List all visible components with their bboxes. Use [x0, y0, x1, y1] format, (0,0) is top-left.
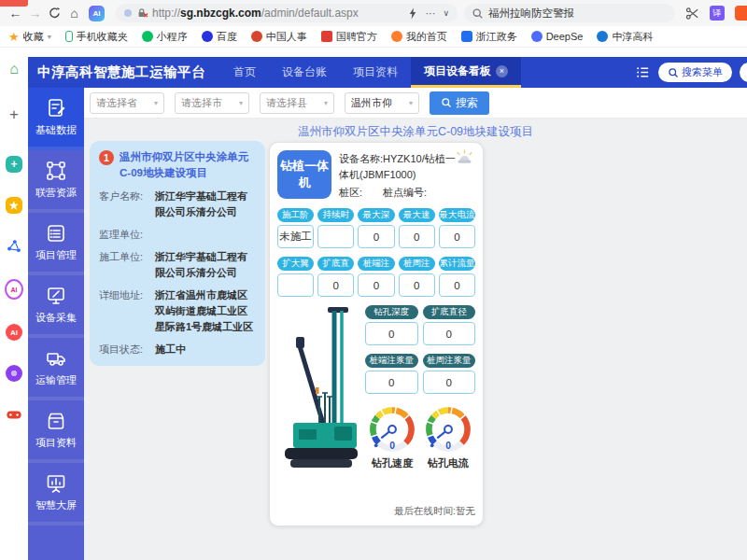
bookmark-china-personnel[interactable]: 中国人事 — [251, 30, 307, 44]
rail-app-teal-icon[interactable]: + — [6, 156, 22, 173]
rail-gamepad-icon[interactable] — [6, 406, 22, 423]
project-field-row: 项目状态:施工中 — [99, 342, 256, 357]
tab-close-icon[interactable]: × — [496, 65, 508, 77]
zhongchun-favicon — [597, 31, 608, 42]
site-info-icon[interactable] — [124, 9, 132, 17]
screenshot-scissors-icon[interactable] — [685, 7, 699, 21]
rail-app-molecule-icon[interactable] — [6, 238, 22, 255]
back-button[interactable]: ← — [6, 7, 25, 20]
project-card[interactable]: 1 温州市仰双片区中央涂单元C-09地块建设项目 客户名称:浙江华宇基础工程有限… — [90, 141, 265, 366]
tab-label: 设备台账 — [282, 64, 327, 80]
translate-icon[interactable]: 译 — [710, 6, 725, 21]
sidebar-item-project-management[interactable]: 项目管理 — [28, 213, 84, 275]
tab-home[interactable]: 首页 — [220, 57, 269, 88]
search-icon — [472, 7, 484, 20]
select-value: 请选择省 — [96, 96, 137, 110]
bookmark-deepseek[interactable]: DeepSe — [531, 31, 584, 42]
rail-app-ai-ring-icon[interactable]: AI — [5, 279, 23, 300]
sidebar-item-project-docs[interactable]: 项目资料 — [28, 400, 84, 463]
stat-label: 最大电流 — [439, 208, 475, 222]
stat-value: 0 — [423, 371, 476, 394]
extension-icon[interactable] — [735, 6, 747, 21]
last-online-time: 最后在线时间:暂无 — [277, 505, 475, 518]
tab-project-docs[interactable]: 项目资料 — [340, 57, 411, 88]
select-value: 请选择市 — [181, 96, 222, 110]
select-value: 温州市仰 — [351, 96, 392, 110]
field-label: 项目状态: — [99, 342, 155, 357]
search-button[interactable]: 搜索 — [430, 91, 489, 115]
browser-search-query: 福州拉响防空警报 — [488, 7, 574, 21]
city-select[interactable]: 请选择市▾ — [175, 92, 249, 114]
bookmark-my-homepage[interactable]: 我的首页 — [391, 30, 447, 44]
rail-app-ai-red-icon[interactable]: AI — [6, 324, 22, 341]
field-label: 客户名称: — [99, 189, 155, 220]
bookmark-favorites[interactable]: ★收藏▾ — [8, 30, 51, 44]
guopin-favicon — [321, 31, 332, 42]
home-button[interactable]: ⌂ — [64, 7, 84, 20]
tab-device-ledger[interactable]: 设备台账 — [269, 57, 340, 88]
menu-collapse-icon[interactable] — [635, 64, 651, 80]
caret-down-icon: ▾ — [409, 99, 413, 107]
page-title: 温州市仰双片区中央涂单元C-09地块建设项目 — [84, 124, 747, 140]
refresh-button[interactable] — [45, 7, 64, 21]
device-panel[interactable]: 钻植一体机 设备名称:HYZK10/钻植一体机(JBMF1000) 桩区: 桩点… — [269, 142, 484, 526]
nodes-icon — [45, 160, 67, 182]
browser-search-input[interactable]: 福州拉响防空警报 — [464, 4, 675, 22]
bookmark-baidu[interactable]: 百度 — [202, 30, 237, 44]
more-options-icon[interactable]: ··· — [425, 7, 435, 19]
bookmark-miniprogram[interactable]: 小程序 — [142, 30, 188, 44]
url-domain: sg.nbzcgk.com — [180, 7, 261, 20]
china-personnel-favicon — [251, 31, 262, 42]
refresh-icon — [49, 7, 61, 19]
search-menu-button[interactable]: 搜索菜单 — [658, 63, 732, 82]
caret-down-icon: ▾ — [239, 99, 243, 107]
app-sidebar: 基础数据 联营资源 项目管理 设备采集 运输管理 — [28, 88, 84, 560]
county-select[interactable]: 请选择县▾ — [260, 92, 334, 114]
sidebar-item-joint-resources[interactable]: 联营资源 — [28, 150, 84, 213]
sidebar-item-transport-management[interactable]: 运输管理 — [28, 338, 84, 400]
bookmark-guopin[interactable]: 国聘官方 — [321, 30, 377, 44]
bolt-icon[interactable] — [408, 7, 417, 20]
insecure-lock-icon[interactable] — [136, 7, 148, 19]
rail-app-star-icon[interactable]: ★ — [6, 197, 22, 214]
field-value: 施工中 — [155, 342, 186, 357]
rail-home-icon[interactable]: ⌂ — [9, 61, 19, 77]
archive-box-icon — [45, 410, 67, 432]
address-bar[interactable]: http://sg.nbzcgk.com/admin/default.aspx … — [116, 4, 458, 22]
sidebar-item-device-collect[interactable]: 设备采集 — [28, 275, 84, 338]
field-label: 施工单位: — [99, 249, 155, 281]
gauge-drill-current: 0 钻孔电流 — [422, 403, 474, 470]
bookmark-zhejiang-gov[interactable]: 浙江政务 — [461, 30, 517, 44]
tab-label: 项目设备看板 — [424, 63, 491, 79]
browser-ai-logo-icon[interactable]: AI — [89, 6, 105, 21]
filter-bar: 请选择省▾ 请选择市▾ 请选择县▾ 温州市仰▾ 搜索 — [84, 88, 747, 119]
drilling-rig-illustration — [277, 305, 363, 479]
stat-label: 钻孔深度 — [365, 305, 418, 319]
stats-row-1: 施工阶未施工 持续时 最大深0 最大速0 最大电流0 — [277, 208, 475, 248]
stat-value: 0 — [439, 273, 475, 297]
stat-value: 0 — [358, 273, 394, 297]
bookmark-phone-folder[interactable]: 手机收藏夹 — [65, 30, 128, 44]
chevron-down-icon[interactable]: ∨ — [443, 8, 449, 18]
forward-button[interactable]: → — [25, 7, 45, 20]
rail-app-purple-icon[interactable] — [6, 365, 22, 382]
project-title[interactable]: 温州市仰双片区中央涂单元C-09地块建设项目 — [120, 149, 256, 182]
sidebar-item-basic-data[interactable]: 基础数据 — [28, 88, 84, 150]
sidebar-item-smart-screen[interactable]: 智慧大屏 — [28, 463, 84, 525]
province-select[interactable]: 请选择省▾ — [90, 92, 164, 114]
url-scheme: http:// — [152, 7, 180, 20]
bookmark-label: 浙江政务 — [476, 30, 517, 44]
deepseek-favicon — [531, 31, 543, 42]
stat-value: 0 — [439, 225, 475, 248]
stats-row-2: 扩大翼 扩底直0 桩端注0 桩周注0 累计流量0 — [277, 257, 475, 297]
stat-value: 0 — [423, 322, 476, 345]
project-select[interactable]: 温州市仰▾ — [345, 92, 419, 114]
rail-new-icon[interactable]: + — [9, 105, 19, 124]
field-value: 浙江华宇基础工程有限公司乐清分公司 — [155, 249, 256, 281]
project-field-row: 详细地址:浙江省温州市鹿城区双屿街道鹿城工业区星际路1号鹿城工业区 — [99, 287, 256, 335]
tab-device-board[interactable]: 项目设备看板× — [411, 57, 521, 88]
partial-pill-button[interactable] — [740, 63, 747, 82]
bookmark-zhongchun[interactable]: 中淳高科 — [597, 30, 653, 44]
stat-value: 0 — [399, 273, 435, 297]
bookmark-label: 百度 — [217, 30, 237, 44]
